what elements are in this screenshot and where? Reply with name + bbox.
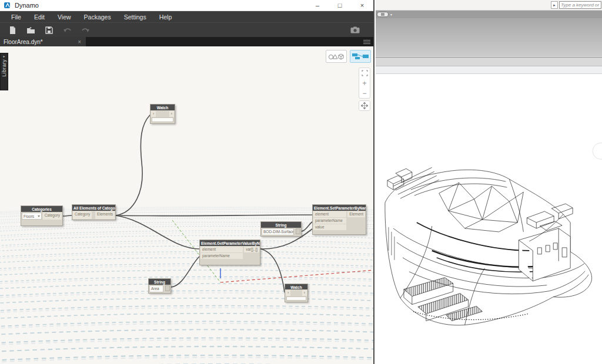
redo-button[interactable] bbox=[78, 24, 93, 36]
navigation-wheel-hint bbox=[593, 143, 602, 159]
geometry-shapes-icon bbox=[328, 52, 345, 60]
open-folder-icon bbox=[26, 26, 35, 34]
revit-drawing-area[interactable] bbox=[376, 75, 602, 364]
geometry-preview-button[interactable] bbox=[326, 50, 347, 63]
node-title[interactable]: Element.SetParameterByName bbox=[313, 205, 366, 211]
node-wires bbox=[63, 115, 312, 292]
output-port[interactable]: › bbox=[302, 290, 307, 296]
output-port-elements[interactable]: Elements bbox=[95, 211, 115, 219]
ribbon-collapse-caret-icon[interactable]: ▾ bbox=[390, 12, 392, 16]
minimize-button[interactable]: – bbox=[306, 0, 329, 11]
string-resize-handle[interactable] bbox=[296, 228, 300, 234]
tab-bar: FloorArea.dyn* × bbox=[0, 37, 373, 46]
dynamo-logo-icon bbox=[4, 2, 11, 9]
zoom-fit-button[interactable] bbox=[359, 68, 370, 78]
output-port[interactable]: › bbox=[169, 111, 174, 117]
open-file-button[interactable] bbox=[23, 24, 38, 36]
zoom-fit-icon bbox=[362, 70, 368, 76]
watch-value-field bbox=[286, 296, 306, 301]
export-image-button[interactable] bbox=[347, 24, 363, 36]
revit-search-input[interactable] bbox=[559, 1, 601, 9]
revit-top-bar: ▸ bbox=[376, 0, 602, 11]
menu-settings[interactable]: Settings bbox=[118, 12, 153, 22]
revit-ribbon-tab-strip: ▾ bbox=[376, 11, 602, 18]
menu-help[interactable]: Help bbox=[153, 12, 179, 22]
library-label: Library bbox=[1, 59, 7, 76]
new-file-button[interactable] bbox=[5, 24, 20, 36]
input-port-value[interactable]: value bbox=[313, 224, 346, 230]
menu-edit[interactable]: Edit bbox=[28, 12, 51, 22]
zoom-out-button[interactable]: − bbox=[359, 88, 370, 98]
tab-label: FloorArea.dyn* bbox=[4, 39, 76, 45]
tab-close-icon[interactable]: × bbox=[76, 39, 82, 45]
node-all-elements-of-category[interactable]: All Elements of Category Category Elemen… bbox=[72, 204, 116, 220]
revit-window: ▸ ▾ bbox=[376, 0, 602, 364]
node-title[interactable]: Element.GetParameterValueByName bbox=[200, 240, 260, 246]
node-title[interactable]: Categories bbox=[21, 206, 62, 212]
close-button[interactable]: × bbox=[351, 0, 373, 11]
undo-icon bbox=[63, 27, 72, 33]
pan-button[interactable] bbox=[359, 100, 370, 111]
camera-icon bbox=[350, 26, 360, 33]
input-port-element[interactable]: element bbox=[313, 211, 346, 217]
categories-dropdown[interactable]: Floors bbox=[22, 213, 42, 220]
dropdown-caret-icon bbox=[38, 215, 40, 217]
node-string-area[interactable]: String Area bbox=[148, 278, 171, 294]
categories-selected-value: Floors bbox=[24, 214, 34, 219]
menu-packages[interactable]: Packages bbox=[78, 12, 118, 22]
node-watch-bottom[interactable]: Watch › › bbox=[285, 284, 308, 302]
node-string-surface[interactable]: String BOD-DIM-Surface bbox=[260, 221, 302, 237]
node-set-parameter-by-name[interactable]: Element.SetParameterByName element param… bbox=[312, 204, 366, 235]
redo-icon bbox=[81, 27, 90, 33]
view-toggle-group bbox=[326, 50, 371, 63]
revit-properties-strip bbox=[376, 66, 602, 74]
library-expand-icon[interactable]: ▸ bbox=[3, 55, 5, 58]
zoom-controls: + − bbox=[359, 68, 370, 99]
string-value-input[interactable]: BOD-DIM-Surface bbox=[262, 228, 294, 235]
input-port[interactable]: › bbox=[151, 111, 156, 117]
node-title[interactable]: Watch bbox=[285, 284, 307, 289]
save-button[interactable] bbox=[41, 24, 56, 36]
node-title[interactable]: String bbox=[149, 279, 170, 285]
library-panel-collapsed[interactable]: ▸ Library bbox=[0, 53, 8, 90]
node-title[interactable]: String bbox=[261, 222, 301, 228]
revit-3d-wireframe-model bbox=[376, 75, 602, 364]
node-title[interactable]: Watch bbox=[150, 105, 175, 110]
graph-canvas[interactable]: ▸ Library bbox=[0, 46, 373, 364]
input-port-parameterName[interactable]: parameterName bbox=[200, 253, 243, 259]
zoom-in-button[interactable]: + bbox=[359, 78, 370, 88]
input-port-parameterName[interactable]: parameterName bbox=[313, 218, 346, 224]
dynamo-window: Dynamo – □ × File Edit View Packages Set… bbox=[0, 0, 374, 364]
node-title[interactable]: All Elements of Category bbox=[72, 205, 115, 211]
string-resize-handle[interactable] bbox=[165, 285, 170, 291]
dynamo-titlebar: Dynamo – □ × bbox=[0, 0, 373, 11]
output-port-category[interactable]: Category bbox=[43, 213, 62, 220]
input-port-element[interactable]: element bbox=[200, 247, 243, 252]
undo-button[interactable] bbox=[59, 24, 75, 36]
screen: Dynamo – □ × File Edit View Packages Set… bbox=[0, 0, 602, 364]
input-port[interactable]: › bbox=[286, 290, 290, 296]
node-graph-icon bbox=[352, 52, 369, 60]
output-port-var[interactable]: var[]..[] bbox=[244, 247, 259, 252]
window-title: Dynamo bbox=[15, 2, 39, 9]
string-value-input[interactable]: Area bbox=[149, 285, 163, 292]
maximize-button[interactable]: □ bbox=[329, 0, 351, 11]
toolbar bbox=[0, 22, 373, 37]
watch-value-field bbox=[152, 117, 173, 122]
search-go-icon[interactable]: ▸ bbox=[551, 1, 558, 9]
tab-floorarea[interactable]: FloorArea.dyn* × bbox=[0, 37, 86, 46]
pan-icon bbox=[361, 102, 368, 109]
output-port-element[interactable]: Element bbox=[347, 211, 365, 217]
ribbon-collapse-button[interactable] bbox=[377, 12, 389, 17]
input-port-category[interactable]: Category bbox=[73, 211, 92, 219]
graph-view-button[interactable] bbox=[350, 50, 371, 63]
new-file-icon bbox=[9, 26, 16, 35]
menu-file[interactable]: File bbox=[5, 12, 28, 22]
node-categories[interactable]: Categories Floors Category bbox=[21, 205, 63, 226]
menu-view[interactable]: View bbox=[51, 12, 78, 22]
revit-options-bar bbox=[376, 58, 602, 66]
node-get-parameter-value-by-name[interactable]: Element.GetParameterValueByName element … bbox=[199, 240, 260, 265]
axis-red bbox=[220, 270, 373, 282]
tab-overflow-menu-icon[interactable] bbox=[360, 37, 373, 46]
node-watch-top[interactable]: Watch › › bbox=[150, 104, 175, 124]
